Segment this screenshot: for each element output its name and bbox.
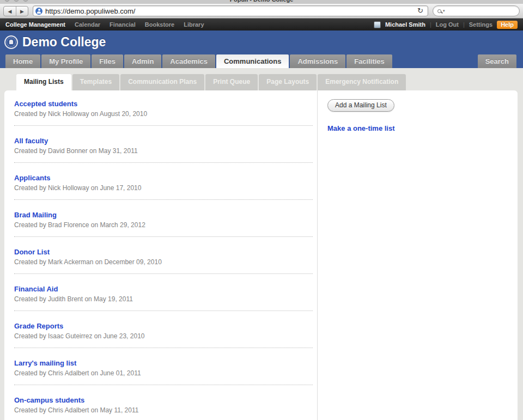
mailing-list-row: Applicants Created by Nick Holloway on J… bbox=[14, 173, 313, 200]
main-nav-tab[interactable]: Academics bbox=[162, 54, 215, 68]
mailing-list-meta: Created by David Bonner on May 31, 2011 bbox=[14, 147, 313, 155]
divider: | bbox=[463, 21, 465, 28]
sub-nav-tab[interactable]: Communication Plans bbox=[120, 74, 204, 90]
school-seal-logo bbox=[4, 35, 18, 49]
mailing-list-row: All faculty Created by David Bonner on M… bbox=[14, 136, 313, 163]
mailing-list-meta: Created by Chris Adalbert on June 01, 20… bbox=[14, 369, 313, 378]
mailing-list-row: Accepted students Created by Nick Hollow… bbox=[14, 99, 313, 126]
browser-search-input[interactable]: ▾ bbox=[433, 5, 520, 16]
sub-nav: Mailing ListsTemplatesCommunication Plan… bbox=[0, 68, 523, 90]
add-mailing-list-button[interactable]: Add a Mailing List bbox=[327, 99, 394, 112]
populi-favicon bbox=[35, 8, 42, 15]
utility-nav-right: Michael Smith | Log Out | Settings Help bbox=[374, 21, 518, 29]
utility-nav-item[interactable]: College Management bbox=[5, 21, 65, 28]
main-nav-tab[interactable]: Communications bbox=[216, 54, 289, 68]
avatar[interactable] bbox=[374, 21, 381, 28]
mailing-list-row: Brad Mailing Created by Brad Florence on… bbox=[14, 210, 313, 237]
mailing-list-row: Grade Reports Created by Isaac Guteirrez… bbox=[14, 321, 313, 348]
log-out-link[interactable]: Log Out bbox=[436, 21, 459, 28]
chevron-down-icon[interactable]: ▾ bbox=[443, 9, 445, 13]
one-time-list-link[interactable]: Make a one-time list bbox=[327, 124, 518, 132]
main-nav-tabs: HomeMy ProfileFilesAdminAcademicsCommuni… bbox=[5, 54, 392, 68]
history-buttons: ◀ ▶ bbox=[3, 6, 28, 16]
mailing-list-link[interactable]: Brad Mailing bbox=[14, 210, 313, 220]
main-nav: HomeMy ProfileFilesAdminAcademicsCommuni… bbox=[0, 53, 523, 68]
mailing-list-meta: Created by Nick Holloway on June 17, 201… bbox=[14, 184, 313, 192]
main-nav-tab[interactable]: Files bbox=[92, 54, 123, 68]
tab-search[interactable]: Search bbox=[478, 54, 516, 68]
main-nav-tab[interactable]: Admissions bbox=[290, 54, 345, 68]
browser-titlebar: Populi - Demo College bbox=[0, 0, 523, 4]
mailing-list-meta: Created by Brad Florence on March 29, 20… bbox=[14, 221, 313, 229]
back-icon[interactable]: ◀ bbox=[4, 7, 16, 16]
mailing-list-meta: Created by Judith Brent on May 19, 2011 bbox=[14, 295, 313, 303]
mailing-list-link[interactable]: Applicants bbox=[14, 173, 313, 182]
mailing-list-meta: Created by Isaac Guteirrez on June 23, 2… bbox=[14, 332, 313, 340]
main-nav-tab[interactable]: Admin bbox=[124, 54, 161, 68]
browser-toolbar: ◀ ▶ https://demo.populiweb.com/ ↻ ▾ bbox=[0, 4, 523, 19]
reload-icon[interactable]: ↻ bbox=[415, 6, 425, 16]
utility-nav-left: College ManagementCalendarFinancialBooks… bbox=[5, 21, 204, 28]
user-name[interactable]: Michael Smith bbox=[385, 21, 425, 28]
mailing-list-row: Donor List Created by Mark Ackerman on D… bbox=[14, 247, 313, 274]
utility-nav-item[interactable]: Calendar bbox=[75, 21, 100, 28]
mailing-list-link[interactable]: Donor List bbox=[14, 247, 313, 257]
settings-link[interactable]: Settings bbox=[469, 21, 492, 28]
school-name: Demo College bbox=[22, 35, 106, 50]
mailing-list-row: Financial Aid Created by Judith Brent on… bbox=[14, 284, 313, 311]
utility-nav-item[interactable]: Bookstore bbox=[145, 21, 174, 28]
mailing-list-meta: Created by Mark Ackerman on December 09,… bbox=[14, 258, 313, 266]
main-nav-tab[interactable]: My Profile bbox=[41, 54, 90, 68]
utility-nav-item[interactable]: Financial bbox=[110, 21, 136, 28]
mailing-list-link[interactable]: Financial Aid bbox=[14, 284, 313, 294]
content-panel: Accepted students Created by Nick Hollow… bbox=[4, 90, 518, 420]
main-nav-tab[interactable]: Facilities bbox=[346, 54, 392, 68]
utility-nav-item[interactable]: Library bbox=[184, 21, 204, 28]
school-header: Demo College bbox=[0, 31, 523, 53]
mailing-lists-column: Accepted students Created by Nick Hollow… bbox=[4, 90, 317, 420]
main-nav-tab[interactable]: Home bbox=[5, 54, 40, 68]
utility-nav: College ManagementCalendarFinancialBooks… bbox=[0, 19, 523, 31]
mailing-list-link[interactable]: All faculty bbox=[14, 136, 313, 145]
mailing-list-link[interactable]: Larry's mailing list bbox=[14, 358, 313, 368]
sub-nav-tab[interactable]: Templates bbox=[72, 74, 119, 90]
help-button[interactable]: Help bbox=[497, 21, 518, 29]
forward-icon[interactable]: ▶ bbox=[16, 7, 28, 16]
mailing-list-meta: Created by Nick Holloway on August 20, 2… bbox=[14, 110, 313, 118]
sidebar: Add a Mailing List Make a one-time list bbox=[317, 90, 518, 420]
sub-nav-tab[interactable]: Print Queue bbox=[205, 74, 258, 90]
url-text[interactable]: https://demo.populiweb.com/ bbox=[45, 7, 415, 15]
mailing-list-link[interactable]: On-campus students bbox=[14, 395, 313, 405]
sub-nav-tab[interactable]: Page Layouts bbox=[259, 74, 317, 90]
sub-nav-tab[interactable]: Emergency Notification bbox=[318, 74, 406, 90]
window-title: Populi - Demo College bbox=[0, 0, 523, 3]
mailing-list-row: On-campus students Created by Chris Adal… bbox=[14, 395, 313, 420]
page-body: Mailing ListsTemplatesCommunication Plan… bbox=[0, 68, 523, 420]
mailing-list-link[interactable]: Grade Reports bbox=[14, 321, 313, 331]
divider: | bbox=[430, 21, 431, 28]
url-bar[interactable]: https://demo.populiweb.com/ ↻ bbox=[33, 5, 428, 16]
sub-nav-tab[interactable]: Mailing Lists bbox=[16, 74, 71, 90]
mailing-list-link[interactable]: Accepted students bbox=[14, 99, 313, 108]
mailing-list-row: Larry's mailing list Created by Chris Ad… bbox=[14, 358, 313, 385]
search-icon bbox=[437, 9, 441, 13]
mailing-list-meta: Created by Chris Adalbert on May 11, 201… bbox=[14, 406, 313, 415]
